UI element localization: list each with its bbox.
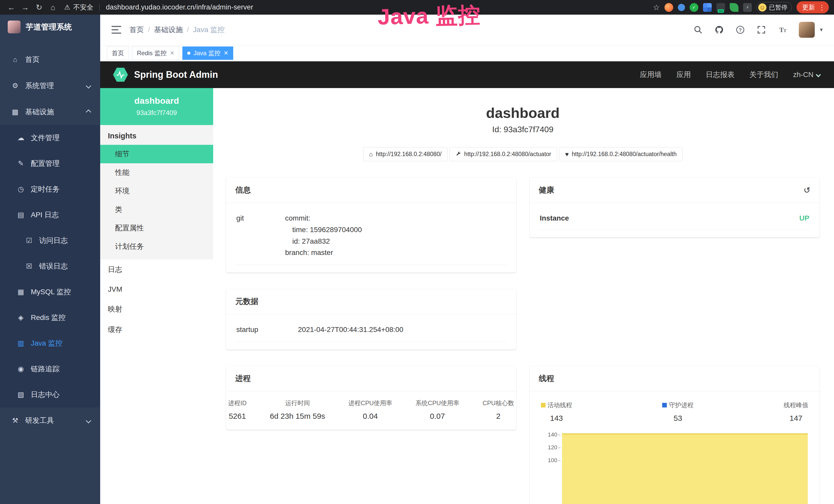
handwritten-annotation: Java 监控	[377, 0, 481, 32]
sba-item-caches[interactable]: 缓存	[100, 319, 213, 340]
paused-badge[interactable]: ☺ 已暂停	[756, 2, 792, 13]
tag-home[interactable]: 首页	[107, 46, 129, 60]
sidebar-item-java-monitor[interactable]: ▥ Java 监控	[0, 330, 100, 356]
sidebar-item-tracing[interactable]: ◉ 链路追踪	[0, 356, 100, 382]
sba-instance-header: dashboard 93a3fc7f7409	[100, 88, 213, 125]
github-icon[interactable]	[715, 25, 724, 35]
threads-card: 线程 活动线程 143 守护进程	[530, 366, 820, 504]
close-icon[interactable]: ✕	[170, 50, 174, 56]
sidebar-item-log-center[interactable]: ▧ 日志中心	[0, 382, 100, 408]
sba-item-logs[interactable]: 日志	[100, 259, 213, 280]
redis-icon: ◈	[17, 314, 25, 322]
breadcrumb-section[interactable]: 基础设施	[154, 25, 183, 35]
sba-item-classes[interactable]: 类	[100, 200, 213, 219]
service-url-button[interactable]: ⌂ http://192.168.0.2:48080/	[363, 147, 447, 161]
home-icon: ⌂	[369, 151, 373, 157]
avatar-caret-icon[interactable]: ▾	[820, 26, 823, 33]
user-avatar[interactable]	[799, 22, 815, 38]
sba-item-details[interactable]: 细节	[100, 145, 213, 163]
fullscreen-icon[interactable]	[757, 25, 766, 35]
logo-avatar	[8, 21, 21, 33]
grid-extension-icon[interactable]	[703, 3, 712, 12]
daemon-threads-swatch	[662, 403, 667, 408]
metadata-value: 2021-04-27T00:44:31.254+08:00	[298, 324, 506, 336]
sba-instance-id: 93a3fc7f7409	[106, 109, 207, 117]
sidebar-item-scheduled-jobs[interactable]: ◷ 定时任务	[0, 176, 100, 202]
sba-item-environment[interactable]: 环境	[100, 182, 213, 200]
metric-cpu-cores: CPU核心数 2	[483, 399, 514, 420]
trace-icon: ◉	[17, 365, 25, 373]
reload-button[interactable]: ↻	[33, 3, 45, 12]
sba-nav-about[interactable]: 关于我们	[749, 70, 778, 79]
locale-select[interactable]: zh-CN	[793, 71, 821, 79]
breadcrumb-home[interactable]: 首页	[129, 25, 144, 35]
sba-nav-applications[interactable]: 应用	[677, 70, 691, 79]
sidebar-item-infrastructure[interactable]: ▩ 基础设施	[0, 99, 100, 125]
threads-chart: 140 120 100	[539, 430, 811, 504]
sba-item-config-props[interactable]: 配置属性	[100, 219, 213, 237]
sba-item-performance[interactable]: 性能	[100, 163, 213, 182]
adblock-extension-icon[interactable]: on	[716, 3, 725, 12]
wrench-icon	[455, 151, 461, 158]
health-url-button[interactable]: ♥ http://192.168.0.2:48080/actuator/heal…	[559, 147, 682, 161]
leaf-extension-icon[interactable]	[730, 3, 739, 12]
back-button[interactable]: ←	[5, 3, 18, 12]
sidebar-item-redis-monitor[interactable]: ◈ Redis 监控	[0, 305, 100, 330]
sidebar-item-error-logs[interactable]: ☒ 错误日志	[0, 253, 100, 279]
close-icon[interactable]: ✕	[224, 50, 228, 56]
threads-chart-yaxis: 140 120 100	[540, 430, 561, 504]
health-card: 健康 ↺ Instance UP	[530, 178, 820, 237]
address-bar[interactable]: ⚠ 不安全 dashboard.yudao.iocoder.cn/infra/a…	[64, 3, 253, 12]
home-button[interactable]: ⌂	[47, 3, 59, 12]
tag-redis-monitor[interactable]: Redis 监控 ✕	[132, 46, 179, 60]
browser-menu-icon[interactable]: ⋮	[818, 4, 825, 11]
live-threads-swatch	[541, 403, 546, 408]
sba-main: dashboard Id: 93a3fc7f7409 ⌂ http://192.…	[213, 88, 834, 504]
on-badge: on	[718, 9, 724, 13]
sba-item-mappings[interactable]: 映射	[100, 299, 213, 319]
fox-extension-icon[interactable]	[664, 3, 673, 12]
actuator-url-button[interactable]: http://192.168.0.2:48080/actuator	[449, 147, 557, 161]
forward-button[interactable]: →	[19, 3, 31, 12]
info-card-title: 信息	[235, 185, 251, 196]
green-extension-icon[interactable]: ✓	[690, 3, 698, 12]
search-icon[interactable]	[694, 25, 703, 35]
update-button[interactable]: 更新 ⋮	[796, 1, 829, 13]
help-icon[interactable]: ?	[736, 25, 745, 35]
bookmark-star-icon[interactable]: ☆	[653, 3, 660, 12]
metric-uptime: 运行时间 6d 23h 15m 59s	[270, 399, 325, 420]
sba-item-jvm[interactable]: JVM	[100, 280, 213, 299]
svg-text:?: ?	[739, 27, 742, 32]
font-size-icon[interactable]: TT	[778, 25, 787, 35]
metric-live-threads: 活动线程 143	[541, 401, 572, 422]
drop-extension-icon[interactable]	[678, 4, 685, 11]
sidebar-item-home[interactable]: ⌂ 首页	[0, 46, 100, 73]
chevron-down-icon	[816, 72, 821, 77]
plugin-extension-icon[interactable]: ⚡	[743, 3, 752, 12]
error-log-icon: ☒	[25, 262, 34, 270]
sidebar-item-config-mgmt[interactable]: ✎ 配置管理	[0, 151, 100, 176]
sba-title: Spring Boot Admin	[134, 69, 218, 80]
sidebar-toggle-icon[interactable]	[111, 26, 121, 33]
app-logo[interactable]: 芋道管理系统	[0, 15, 100, 39]
sidebar-item-mysql-monitor[interactable]: ▦ MySQL 监控	[0, 279, 100, 305]
history-icon[interactable]: ↺	[804, 185, 810, 195]
sidebar-item-access-logs[interactable]: ☑ 访问日志	[0, 228, 100, 253]
sidebar-item-file-mgmt[interactable]: ☁ 文件管理	[0, 125, 100, 151]
sidebar-item-system-mgmt[interactable]: ⚙ 系统管理	[0, 73, 100, 99]
status-badge: UP	[799, 214, 809, 222]
update-label: 更新	[802, 3, 815, 12]
sidebar-item-api-logs[interactable]: ▤ API 日志	[0, 202, 100, 228]
metric-peak-threads: 线程峰值 147	[784, 401, 808, 422]
health-instance-row[interactable]: Instance UP	[539, 205, 811, 230]
clock-icon: ◷	[17, 185, 25, 193]
sba-nav-journal[interactable]: 日志报表	[706, 70, 734, 79]
process-card-title: 进程	[235, 373, 251, 384]
tag-java-monitor[interactable]: Java 监控 ✕	[182, 46, 233, 60]
sba-nav-wallboard[interactable]: 应用墙	[640, 70, 662, 79]
health-card-title: 健康	[539, 185, 554, 196]
cloud-icon: ☁	[17, 134, 25, 142]
sba-item-scheduled-tasks[interactable]: 计划任务	[100, 237, 213, 256]
sidebar-item-dev-tools[interactable]: ⚒ 研发工具	[0, 408, 100, 434]
info-card: 信息 git commit: time: 1596289704000 id: 2	[226, 178, 516, 273]
